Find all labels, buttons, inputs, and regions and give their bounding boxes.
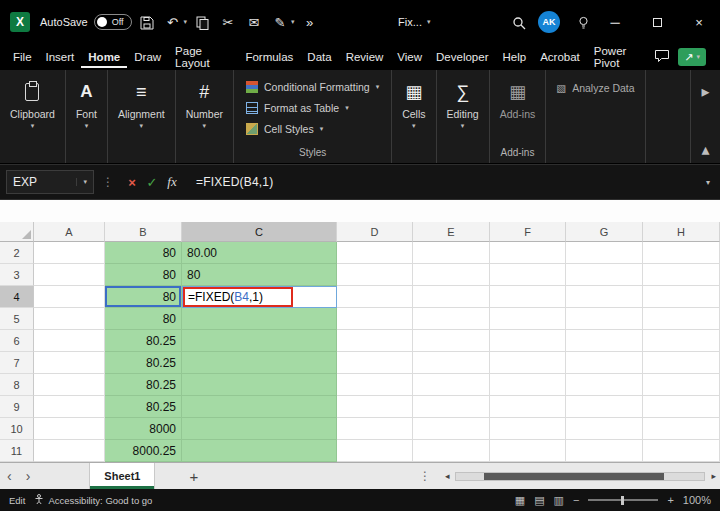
cell[interactable] xyxy=(643,396,720,418)
normal-view-icon[interactable]: ▦ xyxy=(515,494,525,507)
tab-acrobat[interactable]: Acrobat xyxy=(533,46,587,68)
cell[interactable] xyxy=(182,396,337,418)
row-header[interactable]: 11 xyxy=(0,440,34,462)
column-header-A[interactable]: A xyxy=(34,222,105,242)
cell[interactable]: 80 xyxy=(105,242,182,264)
sheet-tab-sheet1[interactable]: Sheet1 xyxy=(89,463,155,489)
user-avatar[interactable]: AK xyxy=(538,11,560,33)
cell[interactable] xyxy=(566,308,643,330)
cell[interactable] xyxy=(643,308,720,330)
alignment-button[interactable]: ≡ Alignment ▾ xyxy=(118,78,165,130)
cell[interactable] xyxy=(182,374,337,396)
cell[interactable] xyxy=(337,418,413,440)
tab-home[interactable]: Home xyxy=(81,46,127,68)
column-header-D[interactable]: D xyxy=(337,222,413,242)
cell[interactable] xyxy=(566,330,643,352)
cell[interactable] xyxy=(413,286,490,308)
insert-function-button[interactable]: fx xyxy=(162,174,182,190)
tab-view[interactable]: View xyxy=(390,46,429,68)
zoom-slider-thumb[interactable] xyxy=(621,496,624,505)
cell[interactable] xyxy=(337,396,413,418)
save-icon[interactable] xyxy=(136,14,158,30)
accessibility-status[interactable]: Accessibility: Good to go xyxy=(34,494,152,507)
row-header[interactable]: 8 xyxy=(0,374,34,396)
cell[interactable] xyxy=(566,440,643,462)
row-header[interactable]: 3 xyxy=(0,264,34,286)
column-header-G[interactable]: G xyxy=(566,222,643,242)
page-break-view-icon[interactable]: ▥ xyxy=(554,494,564,507)
cell[interactable]: 80.25 xyxy=(105,330,182,352)
zoom-in-button[interactable]: + xyxy=(667,494,673,506)
conditional-formatting-button[interactable]: Conditional Formatting ▾ xyxy=(246,76,379,97)
collapse-ribbon-icon[interactable]: ▴ xyxy=(701,140,709,159)
cell[interactable] xyxy=(490,418,566,440)
cell[interactable]: 80.25 xyxy=(105,374,182,396)
name-box[interactable]: EXP ▾ xyxy=(6,170,94,194)
cell[interactable] xyxy=(413,308,490,330)
cell[interactable] xyxy=(643,264,720,286)
tab-power-pivot[interactable]: Power Pivot xyxy=(587,40,654,74)
font-button[interactable]: A Font ▾ xyxy=(76,78,97,130)
undo-icon[interactable]: ↶ xyxy=(162,15,184,30)
cell[interactable] xyxy=(643,440,720,462)
horizontal-scrollbar-thumb[interactable] xyxy=(484,473,664,480)
page-layout-view-icon[interactable]: ▤ xyxy=(534,494,544,507)
cell[interactable] xyxy=(337,308,413,330)
comments-icon[interactable] xyxy=(654,49,670,65)
copy-icon[interactable] xyxy=(191,14,213,30)
cell[interactable] xyxy=(182,418,337,440)
cell[interactable] xyxy=(643,330,720,352)
cell[interactable] xyxy=(34,418,105,440)
row-header[interactable]: 6 xyxy=(0,330,34,352)
cell[interactable] xyxy=(413,440,490,462)
share-button[interactable]: ↗ ▾ xyxy=(678,48,706,66)
cell[interactable] xyxy=(337,330,413,352)
cell[interactable] xyxy=(413,418,490,440)
tab-page-layout[interactable]: Page Layout xyxy=(168,40,238,74)
cell[interactable] xyxy=(413,374,490,396)
cell[interactable]: 80.25 xyxy=(105,352,182,374)
cell[interactable] xyxy=(643,242,720,264)
cell[interactable] xyxy=(490,440,566,462)
cell[interactable] xyxy=(182,440,337,462)
cell[interactable] xyxy=(490,396,566,418)
cell[interactable] xyxy=(337,286,413,308)
tab-insert[interactable]: Insert xyxy=(39,46,82,68)
tab-formulas[interactable]: Formulas xyxy=(238,46,300,68)
cell[interactable] xyxy=(490,286,566,308)
cell[interactable] xyxy=(34,286,105,308)
cell[interactable] xyxy=(34,264,105,286)
cell[interactable] xyxy=(337,440,413,462)
row-header[interactable]: 10 xyxy=(0,418,34,440)
formula-bar-content[interactable]: =FIXED(B4,1) xyxy=(196,175,273,189)
next-sheet-icon[interactable]: › xyxy=(19,468,38,484)
cell[interactable] xyxy=(490,352,566,374)
cell[interactable] xyxy=(337,264,413,286)
expand-formula-bar-icon[interactable]: ▾ xyxy=(706,178,710,187)
cell[interactable] xyxy=(413,396,490,418)
autosave-toggle[interactable]: Off xyxy=(94,14,132,30)
cell[interactable] xyxy=(566,418,643,440)
cell[interactable] xyxy=(413,330,490,352)
horizontal-scrollbar[interactable] xyxy=(455,472,705,481)
row-header[interactable]: 9 xyxy=(0,396,34,418)
cells-button[interactable]: ▦ Cells ▾ xyxy=(402,78,425,130)
cell[interactable] xyxy=(34,352,105,374)
cell[interactable] xyxy=(490,308,566,330)
cell[interactable] xyxy=(413,352,490,374)
name-box-dropdown-icon[interactable]: ▾ xyxy=(76,178,87,186)
cell[interactable] xyxy=(413,242,490,264)
column-header-C[interactable]: C xyxy=(182,222,337,242)
cell[interactable] xyxy=(34,374,105,396)
cell[interactable] xyxy=(337,242,413,264)
scroll-left-icon[interactable]: ◂ xyxy=(445,471,450,481)
cell[interactable] xyxy=(643,352,720,374)
scroll-right-icon[interactable]: ▸ xyxy=(711,471,716,481)
maximize-button[interactable] xyxy=(636,0,678,44)
tab-developer[interactable]: Developer xyxy=(429,46,495,68)
addins-button[interactable]: ▦ Add-ins xyxy=(500,78,536,120)
cell[interactable] xyxy=(643,418,720,440)
cell[interactable] xyxy=(490,374,566,396)
cell[interactable] xyxy=(643,286,720,308)
zoom-slider[interactable] xyxy=(588,499,658,501)
